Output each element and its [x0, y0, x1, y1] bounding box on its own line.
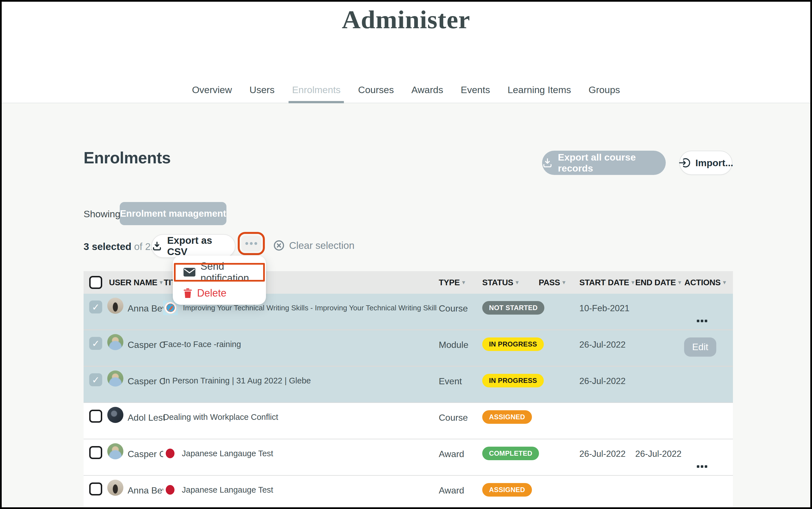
page-title: Enrolments	[84, 148, 171, 167]
selection-count: 3 selected of 21	[84, 241, 156, 252]
filter-chip-label: Enrolment management	[120, 208, 226, 219]
column-header-start-date[interactable]: START DATE▾	[579, 278, 635, 287]
avatar	[107, 407, 123, 423]
row-checkbox[interactable]: ✓	[89, 373, 102, 386]
row-checkbox[interactable]	[89, 410, 102, 423]
clear-selection-label: Clear selection	[289, 240, 355, 251]
table-row: ✓ Casper C Face-to Face -raining Module …	[84, 330, 733, 367]
type-cell: Course	[439, 303, 468, 314]
status-badge: IN PROGRESS	[482, 374, 544, 387]
user-name-cell: Casper C	[128, 340, 165, 350]
column-header-pass[interactable]: PASS▾	[539, 278, 565, 287]
title-cell: Face-to Face -raining	[163, 336, 241, 352]
type-cell: Award	[439, 485, 464, 496]
select-all-checkbox[interactable]	[89, 276, 102, 289]
user-name-cell: Adol Lest	[128, 412, 165, 423]
tab-courses[interactable]: Courses	[357, 84, 394, 103]
title-text: In Person Training | 31 Aug 2022 | Glebe	[163, 376, 311, 385]
title-text: Improving Your Technical Writing Skills …	[183, 304, 437, 312]
app-header: Administer Overview Users Enrolments Cou…	[2, 2, 810, 103]
enrolments-page: Administer Overview Users Enrolments Cou…	[2, 2, 810, 507]
filter-chip-enrolment-management[interactable]: Enrolment management	[120, 202, 226, 225]
column-header-actions[interactable]: ACTIONS▾	[684, 278, 726, 287]
clear-selection-button[interactable]: Clear selection	[273, 240, 355, 251]
status-badge: ASSIGNED	[482, 483, 532, 497]
enrolments-table: USER NAME▾ TITLE▾ TYPE▾ STATUS▾ PASS▾ ST…	[84, 271, 733, 507]
row-checkbox[interactable]: ✓	[89, 301, 102, 313]
type-cell: Event	[439, 376, 462, 386]
start-date-cell: 26-Jul-2022	[579, 340, 626, 350]
title-text: Face-to Face -raining	[163, 340, 241, 349]
table-row: ✓ Casper C In Person Training | 31 Aug 2…	[84, 367, 733, 403]
clear-circle-x-icon	[273, 240, 285, 251]
row-actions-dots-icon[interactable]	[695, 318, 709, 324]
tab-users[interactable]: Users	[249, 84, 275, 103]
avatar	[107, 443, 123, 459]
japan-flag-badge-icon	[163, 447, 177, 460]
tab-events[interactable]: Events	[460, 84, 491, 103]
start-date-cell: 26-Jul-2022	[579, 376, 626, 386]
row-checkbox[interactable]	[89, 446, 102, 459]
status-badge: COMPLETED	[482, 447, 539, 460]
brand-title: Administer	[2, 4, 810, 34]
table-row: Casper C Japanese Langauge Test Award CO…	[84, 439, 733, 476]
avatar	[107, 480, 123, 496]
tab-learning-items[interactable]: Learning Items	[507, 84, 572, 103]
type-cell: Course	[439, 412, 468, 423]
sort-arrow-icon: ▾	[723, 279, 726, 286]
title-cell: Dealing with Workplace Conflict	[163, 409, 278, 425]
title-cell: Japanese Langauge Test	[163, 445, 273, 461]
table-row: Anna Bev Japanese Langauge Test Award AS…	[84, 476, 733, 507]
japan-flag-badge-icon	[163, 483, 177, 497]
title-cell: Japanese Langauge Test	[163, 482, 273, 498]
sort-arrow-icon: ▾	[160, 279, 163, 286]
type-cell: Award	[439, 449, 464, 459]
import-button[interactable]: Import...	[679, 151, 733, 175]
sort-arrow-icon: ▾	[562, 279, 565, 286]
selected-count-label: 3 selected	[84, 241, 131, 252]
menu-item-send-notification[interactable]: Send notification	[173, 263, 264, 281]
dots-icon	[245, 242, 248, 245]
start-date-cell: 10-Feb-2021	[579, 303, 629, 313]
delete-label: Delete	[197, 287, 226, 299]
status-badge: NOT STARTED	[482, 301, 544, 315]
import-icon	[678, 157, 690, 169]
export-csv-label: Export as CSV	[167, 235, 235, 257]
column-header-type[interactable]: TYPE▾	[439, 278, 465, 287]
edit-button[interactable]: Edit	[684, 337, 716, 357]
title-text: Japanese Langauge Test	[182, 449, 273, 458]
tab-awards[interactable]: Awards	[411, 84, 444, 103]
row-actions-dots-icon[interactable]	[695, 464, 709, 470]
start-date-cell: 26-Jul-2022	[579, 449, 626, 459]
user-name-cell: Casper C	[128, 376, 165, 386]
table-row: Adol Lest Dealing with Workplace Conflic…	[84, 403, 733, 439]
column-header-status[interactable]: STATUS▾	[482, 278, 519, 287]
export-as-csv-button[interactable]: Export as CSV	[151, 234, 235, 258]
envelope-icon	[184, 268, 195, 277]
menu-item-delete[interactable]: Delete	[173, 285, 264, 301]
column-header-user-name[interactable]: USER NAME▾	[109, 278, 163, 287]
title-text: Japanese Langauge Test	[182, 485, 273, 495]
row-checkbox[interactable]	[89, 482, 102, 496]
end-date-cell: 26-Jul-2022	[635, 449, 682, 459]
download-icon	[152, 241, 162, 251]
column-header-end-date[interactable]: END DATE▾	[635, 278, 681, 287]
main-nav: Overview Users Enrolments Courses Awards…	[2, 84, 810, 103]
status-badge: IN PROGRESS	[482, 337, 544, 351]
status-badge: ASSIGNED	[482, 410, 532, 424]
sort-arrow-icon: ▾	[462, 279, 465, 286]
showing-label: Showing:	[84, 208, 123, 219]
row-checkbox[interactable]: ✓	[89, 337, 102, 350]
screenshot-frame: Administer Overview Users Enrolments Cou…	[0, 0, 812, 509]
more-actions-button[interactable]	[241, 236, 261, 251]
tab-enrolments[interactable]: Enrolments	[291, 84, 341, 103]
tab-overview[interactable]: Overview	[191, 84, 233, 103]
sort-arrow-icon: ▾	[678, 279, 681, 286]
avatar	[107, 370, 123, 386]
export-all-label: Export all course records	[558, 152, 666, 174]
avatar	[107, 298, 123, 314]
export-all-course-records-button[interactable]: Export all course records	[542, 151, 666, 175]
title-cell: In Person Training | 31 Aug 2022 | Glebe	[163, 373, 311, 388]
user-name-cell: Anna Bev	[128, 303, 165, 314]
tab-groups[interactable]: Groups	[588, 84, 621, 103]
